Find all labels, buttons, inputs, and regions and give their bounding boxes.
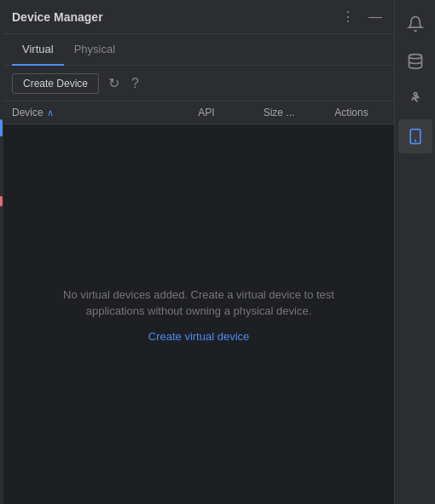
column-api: API — [172, 107, 241, 119]
titlebar: Device Manager ⋮ — — [3, 0, 394, 34]
refresh-button[interactable]: ↻ — [106, 72, 122, 94]
empty-state: No virtual devices added. Create a virtu… — [3, 125, 394, 504]
tab-virtual[interactable]: Virtual — [12, 34, 64, 66]
tab-physical[interactable]: Physical — [64, 34, 125, 66]
tabs-bar: Virtual Physical — [3, 34, 394, 66]
titlebar-actions: ⋮ — — [338, 7, 386, 26]
sidebar-icon-device-manager[interactable] — [398, 119, 432, 154]
table-header: Device ∧ API Size ... Actions — [3, 101, 394, 125]
sidebar-icon-database[interactable] — [398, 44, 432, 78]
indicator-red — [0, 196, 3, 206]
svg-point-1 — [414, 93, 416, 96]
sort-icon: ∧ — [47, 107, 54, 119]
indicator-blue — [0, 119, 3, 136]
main-panel: Device Manager ⋮ — Virtual Physical Crea… — [3, 0, 394, 504]
column-actions: Actions — [317, 107, 386, 119]
help-button[interactable]: ? — [129, 73, 142, 94]
toolbar: Create Device ↻ ? — [3, 66, 394, 101]
column-size: Size ... — [241, 107, 317, 119]
left-strip — [0, 0, 3, 504]
sidebar — [394, 0, 435, 504]
create-device-button[interactable]: Create Device — [12, 73, 99, 94]
more-options-button[interactable]: ⋮ — [338, 7, 358, 26]
empty-message: No virtual devices added. Create a virtu… — [55, 287, 343, 320]
create-virtual-device-link[interactable]: Create virtual device — [148, 330, 250, 343]
column-device[interactable]: Device ∧ — [12, 107, 172, 119]
minimize-button[interactable]: — — [365, 8, 386, 26]
sidebar-icon-running[interactable] — [398, 82, 432, 116]
svg-point-0 — [409, 55, 421, 59]
app-title: Device Manager — [12, 10, 103, 24]
sidebar-icon-bell[interactable] — [398, 7, 432, 41]
